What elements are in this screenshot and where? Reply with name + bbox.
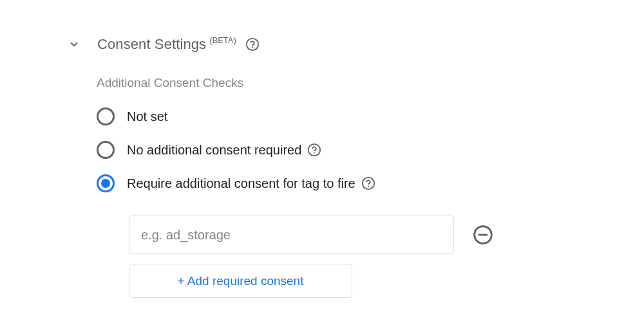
radio-label-require-additional: Require additional consent for tag to fi… bbox=[127, 176, 355, 191]
radio-no-additional[interactable] bbox=[97, 141, 115, 159]
svg-point-5 bbox=[368, 185, 369, 187]
svg-point-1 bbox=[252, 46, 253, 48]
radio-require-additional[interactable] bbox=[97, 174, 115, 192]
section-title: Consent Settings bbox=[97, 36, 206, 53]
beta-badge: (BETA) bbox=[209, 35, 236, 45]
question-circle-icon bbox=[245, 37, 260, 51]
chevron-down-icon bbox=[68, 39, 80, 50]
svg-point-3 bbox=[314, 152, 315, 153]
radio-not-set[interactable] bbox=[97, 107, 115, 125]
add-required-consent-button[interactable]: + Add required consent bbox=[129, 264, 352, 298]
question-circle-icon bbox=[307, 143, 321, 157]
radio-label-not-set: Not set bbox=[127, 109, 167, 124]
help-icon[interactable] bbox=[245, 37, 260, 51]
question-circle-icon bbox=[361, 176, 375, 190]
help-icon[interactable] bbox=[307, 143, 321, 157]
remove-consent-button[interactable] bbox=[472, 224, 494, 246]
radio-label-no-additional: No additional consent required bbox=[127, 143, 301, 158]
collapse-toggle[interactable] bbox=[66, 37, 82, 52]
remove-circle-icon bbox=[473, 225, 493, 245]
consent-radio-group: Not set No additional consent required R… bbox=[97, 100, 644, 200]
help-icon[interactable] bbox=[361, 176, 375, 190]
subsection-label: Additional Consent Checks bbox=[97, 76, 644, 90]
consent-type-input[interactable] bbox=[129, 216, 454, 254]
